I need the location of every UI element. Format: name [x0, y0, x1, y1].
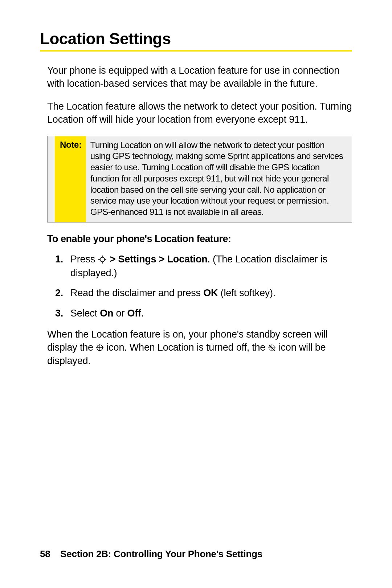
- location-on-icon: [96, 344, 104, 352]
- step-bold: OK: [203, 287, 218, 298]
- steps-list: 1. Press > Settings > Location. (The Loc…: [40, 253, 352, 320]
- step-text: Select: [70, 308, 100, 319]
- step-text: .: [141, 308, 144, 319]
- step-text: or: [113, 308, 127, 319]
- intro-paragraph-2: The Location feature allows the network …: [40, 100, 352, 126]
- step-2: 2. Read the disclaimer and press OK (lef…: [55, 286, 352, 300]
- step-3: 3. Select On or Off.: [55, 307, 352, 320]
- note-box: Note: Turning Location on will allow the…: [47, 136, 352, 222]
- location-off-icon: [268, 344, 276, 352]
- step-text: Read the disclaimer and press: [70, 287, 203, 298]
- intro-paragraph-1: Your phone is equipped with a Location f…: [40, 64, 352, 90]
- page-number: 58: [40, 548, 50, 559]
- procedure-heading: To enable your phone's Location feature:: [40, 233, 352, 245]
- step-bold: > Settings > Location: [107, 254, 207, 265]
- svg-rect-0: [100, 257, 105, 262]
- step-1: 1. Press > Settings > Location. (The Loc…: [55, 253, 352, 280]
- note-label: Note:: [55, 136, 86, 222]
- section-title: Section 2B: Controlling Your Phone's Set…: [60, 548, 262, 559]
- nav-key-icon: [98, 256, 107, 264]
- step-text: (left softkey).: [218, 287, 275, 298]
- step-bold: Off: [127, 308, 141, 319]
- page-title: Location Settings: [40, 30, 352, 48]
- step-text: Press: [70, 254, 98, 265]
- closing-text: icon. When Location is turned off, the: [104, 342, 268, 353]
- page-footer: 58Section 2B: Controlling Your Phone's S…: [40, 548, 262, 560]
- step-number: 2.: [55, 286, 70, 300]
- step-number: 1.: [55, 253, 70, 280]
- note-text: Turning Location on will allow the netwo…: [86, 136, 352, 222]
- title-rule: [40, 50, 352, 52]
- step-number: 3.: [55, 307, 70, 320]
- closing-paragraph: When the Location feature is on, your ph…: [40, 328, 352, 367]
- step-bold: On: [100, 308, 113, 319]
